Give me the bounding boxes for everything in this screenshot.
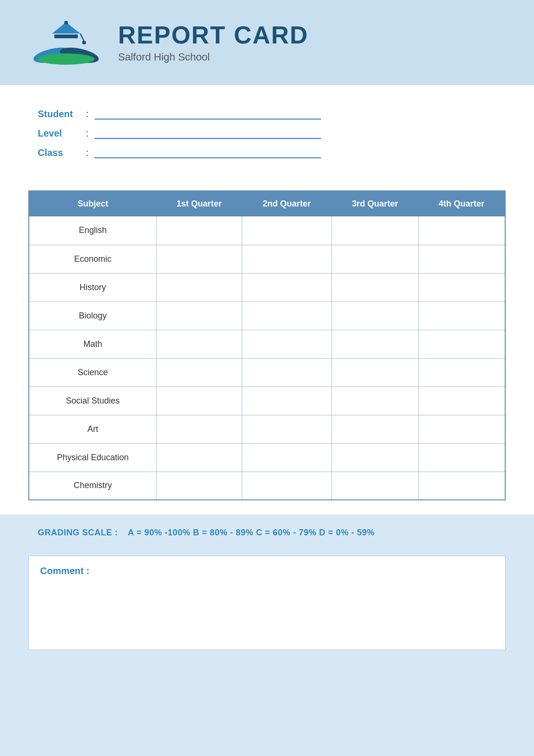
q4-grade-cell <box>418 216 505 245</box>
q4-grade-cell <box>418 443 505 472</box>
class-colon: : <box>86 147 89 158</box>
q1-grade-cell <box>156 415 242 443</box>
class-label: Class <box>38 147 80 158</box>
q2-grade-cell <box>242 245 331 273</box>
table-section: Subject 1st Quarter 2nd Quarter 3rd Quar… <box>0 181 534 515</box>
q4-grade-cell <box>418 245 505 273</box>
col-q4: 4th Quarter <box>418 191 505 216</box>
svg-line-6 <box>80 34 84 41</box>
svg-rect-3 <box>54 34 78 38</box>
subject-cell: Science <box>29 358 156 387</box>
grading-scale-label: GRADING SCALE : <box>38 528 118 537</box>
q4-grade-cell <box>418 330 505 358</box>
class-line <box>94 157 321 158</box>
q1-grade-cell <box>156 330 242 358</box>
level-row: Level : <box>38 128 496 139</box>
col-q2: 2nd Quarter <box>242 191 331 216</box>
col-q1: 1st Quarter <box>156 191 242 216</box>
q2-grade-cell <box>242 415 331 443</box>
q3-grade-cell <box>331 216 418 245</box>
q2-grade-cell <box>242 358 331 387</box>
q2-grade-cell <box>242 387 331 415</box>
q3-grade-cell <box>331 358 418 387</box>
col-subject: Subject <box>29 191 156 216</box>
q4-grade-cell <box>418 472 505 500</box>
comment-label: Comment : <box>40 566 494 576</box>
subject-cell: English <box>29 216 156 245</box>
report-card-page: REPORT CARD Salford High School Student … <box>0 0 534 756</box>
q4-grade-cell <box>418 415 505 443</box>
q1-grade-cell <box>156 387 242 415</box>
table-row: Social Studies <box>29 387 505 415</box>
comment-section: Comment : <box>0 551 534 756</box>
q3-grade-cell <box>331 472 418 500</box>
table-row: Chemistry <box>29 472 505 500</box>
q2-grade-cell <box>242 216 331 245</box>
school-logo-icon <box>28 17 104 69</box>
subject-cell: Biology <box>29 301 156 330</box>
q1-grade-cell <box>156 301 242 330</box>
q1-grade-cell <box>156 216 242 245</box>
q3-grade-cell <box>331 273 418 301</box>
q2-grade-cell <box>242 472 331 500</box>
table-row: Economic <box>29 245 505 273</box>
q3-grade-cell <box>331 443 418 472</box>
q4-grade-cell <box>418 273 505 301</box>
q3-grade-cell <box>331 245 418 273</box>
q4-grade-cell <box>418 301 505 330</box>
subject-cell: History <box>29 273 156 301</box>
report-card-title: REPORT CARD <box>118 22 308 49</box>
table-row: Physical Education <box>29 443 505 472</box>
logo-container <box>28 14 104 71</box>
q2-grade-cell <box>242 443 331 472</box>
q2-grade-cell <box>242 330 331 358</box>
table-row: English <box>29 216 505 245</box>
info-section: Student : Level : Class : <box>0 85 534 181</box>
q3-grade-cell <box>331 415 418 443</box>
subject-cell: Physical Education <box>29 443 156 472</box>
subject-cell: Math <box>29 330 156 358</box>
q3-grade-cell <box>331 387 418 415</box>
class-row: Class : <box>38 147 496 158</box>
table-row: Science <box>29 358 505 387</box>
student-row: Student : <box>38 109 496 120</box>
q4-grade-cell <box>418 358 505 387</box>
school-name: Salford High School <box>118 51 308 63</box>
q2-grade-cell <box>242 301 331 330</box>
grading-scale-text: GRADING SCALE : A = 90% -100% B = 80% - … <box>38 528 374 537</box>
q1-grade-cell <box>156 358 242 387</box>
grading-section: GRADING SCALE : A = 90% -100% B = 80% - … <box>0 515 534 551</box>
student-label: Student <box>38 109 80 120</box>
q2-grade-cell <box>242 273 331 301</box>
q3-grade-cell <box>331 301 418 330</box>
level-label: Level <box>38 128 80 139</box>
subject-cell: Art <box>29 415 156 443</box>
level-colon: : <box>86 128 89 139</box>
level-line <box>94 138 321 139</box>
grades-table: Subject 1st Quarter 2nd Quarter 3rd Quar… <box>28 190 506 500</box>
svg-point-2 <box>38 53 94 65</box>
table-row: Math <box>29 330 505 358</box>
q3-grade-cell <box>331 330 418 358</box>
q4-grade-cell <box>418 387 505 415</box>
subject-cell: Chemistry <box>29 472 156 500</box>
q1-grade-cell <box>156 245 242 273</box>
svg-point-7 <box>82 41 86 44</box>
table-row: History <box>29 273 505 301</box>
student-colon: : <box>86 109 89 120</box>
q1-grade-cell <box>156 443 242 472</box>
header: REPORT CARD Salford High School <box>0 0 534 85</box>
student-line <box>94 119 321 120</box>
q1-grade-cell <box>156 273 242 301</box>
table-row: Art <box>29 415 505 443</box>
grading-scale-values: A = 90% -100% B = 80% - 89% C = 60% - 79… <box>128 528 375 537</box>
subject-cell: Economic <box>29 245 156 273</box>
col-q3: 3rd Quarter <box>331 191 418 216</box>
subject-cell: Social Studies <box>29 387 156 415</box>
comment-box: Comment : <box>28 556 506 650</box>
q1-grade-cell <box>156 472 242 500</box>
header-text: REPORT CARD Salford High School <box>118 22 308 63</box>
svg-point-5 <box>64 21 68 25</box>
table-row: Biology <box>29 301 505 330</box>
table-header-row: Subject 1st Quarter 2nd Quarter 3rd Quar… <box>29 191 505 216</box>
